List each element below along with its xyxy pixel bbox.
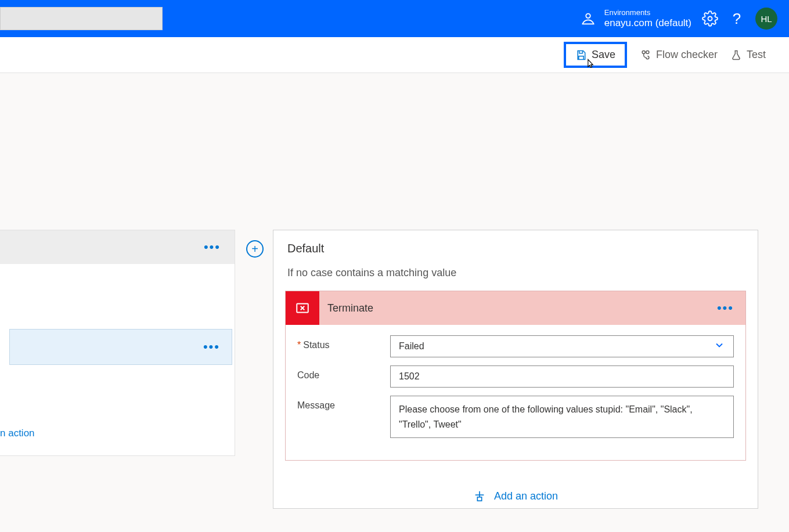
test-label: Test: [747, 49, 766, 61]
terminate-action: Terminate ••• *Status Failed Code: [285, 291, 746, 461]
more-icon[interactable]: •••: [717, 301, 734, 316]
svg-point-3: [646, 50, 649, 53]
add-case-button[interactable]: +: [246, 240, 264, 258]
more-icon[interactable]: •••: [204, 240, 221, 255]
status-label: *Status: [297, 335, 390, 350]
svg-point-2: [642, 50, 645, 53]
default-case-title: Default: [273, 230, 758, 260]
message-label: Message: [297, 396, 390, 411]
status-value: Failed: [399, 341, 424, 352]
add-action-icon: [473, 490, 486, 502]
flow-canvas: ••• ••• n action + Default If no case co…: [0, 73, 789, 532]
terminate-header[interactable]: Terminate •••: [286, 291, 745, 325]
environments-label: Environments: [604, 8, 691, 17]
svg-point-0: [586, 14, 590, 18]
environment-icon: [580, 10, 596, 27]
default-case-card: Default If no case contains a matching v…: [273, 230, 758, 509]
settings-icon[interactable]: [702, 10, 718, 27]
code-label: Code: [297, 365, 390, 381]
status-select[interactable]: Failed: [390, 335, 734, 357]
message-input[interactable]: Please choose from one of the following …: [390, 396, 734, 438]
code-value: 1502: [399, 371, 420, 382]
avatar[interactable]: HL: [755, 8, 777, 30]
save-button[interactable]: Save: [564, 42, 627, 68]
command-bar: Save Flow checker Test: [0, 37, 789, 73]
svg-rect-5: [477, 497, 481, 501]
environment-name: enayu.com (default): [604, 17, 691, 29]
add-action-link[interactable]: n action: [0, 428, 35, 439]
case-action[interactable]: •••: [9, 329, 232, 365]
code-input[interactable]: 1502: [390, 365, 734, 388]
message-value: Please choose from one of the following …: [399, 402, 725, 432]
terminate-title: Terminate: [327, 302, 709, 314]
case-header[interactable]: •••: [0, 230, 235, 264]
test-button[interactable]: Test: [730, 49, 766, 61]
top-bar: Environments enayu.com (default) ? HL: [0, 0, 789, 37]
flow-checker-button[interactable]: Flow checker: [640, 49, 718, 61]
chevron-down-icon: [714, 339, 725, 354]
add-action-button[interactable]: Add an action: [273, 461, 758, 508]
flow-checker-label: Flow checker: [656, 49, 718, 61]
svg-point-1: [708, 17, 712, 21]
case-card: ••• ••• n action: [0, 230, 235, 456]
search-input[interactable]: [0, 7, 163, 30]
environment-selector[interactable]: Environments enayu.com (default): [580, 8, 691, 29]
default-case-subtitle: If no case contains a matching value: [273, 260, 758, 291]
terminate-icon: [286, 291, 319, 325]
more-icon[interactable]: •••: [203, 339, 220, 354]
help-icon[interactable]: ?: [729, 10, 745, 27]
cursor-icon: [585, 58, 596, 70]
add-action-label: Add an action: [494, 490, 558, 502]
